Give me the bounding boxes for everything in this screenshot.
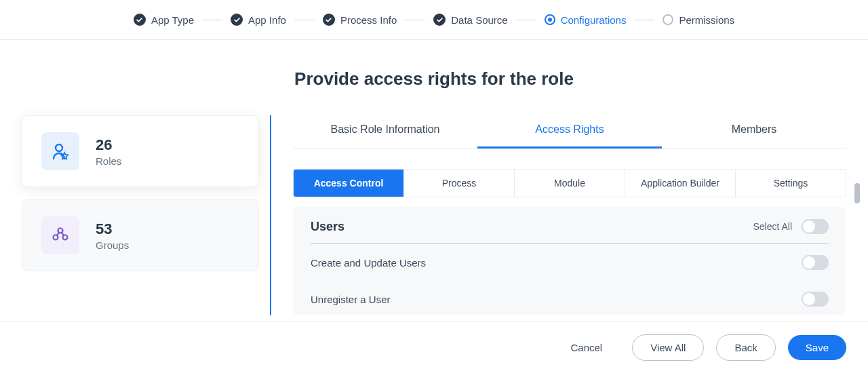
step-label: Data Source [451,14,507,26]
roles-label: Roles [96,155,121,167]
subtab-module[interactable]: Module [515,170,625,197]
page-title: Provide access rights for the role [0,68,868,90]
step-process-info[interactable]: Process Info [323,14,397,26]
step-label: Configurations [561,14,627,26]
permission-label: Create and Update Users [311,257,426,269]
subtab-access-control[interactable]: Access Control [294,170,404,197]
permission-toggle[interactable] [802,292,829,307]
step-label: Permissions [679,14,734,26]
groups-card[interactable]: 53 Groups [22,199,259,271]
role-icon [41,132,79,170]
subtab-app-builder[interactable]: Application Builder [625,170,736,197]
select-all-toggle[interactable] [802,219,829,234]
footer-actions: Cancel View All Back Save [0,321,868,373]
back-button[interactable]: Back [716,334,775,361]
tab-access-rights[interactable]: Access Rights [477,115,662,149]
tabs: Basic Role Information Access Rights Mem… [293,115,846,149]
groups-count: 53 [96,220,129,238]
scrollbar-thumb[interactable] [854,183,860,203]
save-button[interactable]: Save [788,335,846,360]
check-icon [134,14,146,26]
panel-header: Users Select All [311,219,829,244]
roles-count: 26 [96,136,121,154]
scrollbar[interactable] [854,183,860,302]
check-icon [231,14,243,26]
tab-members[interactable]: Members [662,115,846,148]
subtabs: Access Control Process Module Applicatio… [293,169,846,197]
subtab-settings[interactable]: Settings [736,170,846,197]
radio-active-icon [545,14,555,25]
select-all-label: Select All [753,221,792,232]
group-icon [41,216,79,254]
step-divider [634,20,654,20]
step-data-source[interactable]: Data Source [433,14,507,26]
tab-basic-info[interactable]: Basic Role Information [293,115,477,148]
panel-title: Users [311,220,344,234]
wizard-stepper: App Type App Info Process Info Data Sour… [0,0,868,40]
step-app-type[interactable]: App Type [134,14,194,26]
step-app-info[interactable]: App Info [231,14,286,26]
cancel-button[interactable]: Cancel [553,335,620,360]
check-icon [433,14,446,26]
step-permissions[interactable]: Permissions [663,14,734,26]
main-layout: 26 Roles 53 Groups Basic Role Informatio… [0,115,868,315]
check-icon [323,14,335,26]
step-configurations[interactable]: Configurations [545,14,627,26]
content-area: Basic Role Information Access Rights Mem… [271,115,846,315]
view-all-button[interactable]: View All [632,334,704,361]
sidebar: 26 Roles 53 Groups [22,115,271,315]
permission-row: Unregister a User [311,281,829,315]
subtab-process[interactable]: Process [404,170,515,197]
permission-label: Unregister a User [311,294,391,305]
roles-card[interactable]: 26 Roles [22,115,259,187]
permission-toggle[interactable] [802,255,829,270]
permissions-panel: Users Select All Create and Update Users… [293,207,846,315]
step-divider [405,20,425,20]
step-label: App Type [151,14,194,26]
permission-row: Create and Update Users [311,244,829,281]
radio-pending-icon [663,14,673,25]
step-label: App Info [248,14,286,26]
groups-label: Groups [96,239,129,251]
step-divider [294,20,315,20]
step-divider [516,20,536,20]
step-label: Process Info [340,14,397,26]
select-all-row: Select All [753,219,829,234]
svg-point-0 [56,144,62,151]
step-divider [202,20,222,20]
